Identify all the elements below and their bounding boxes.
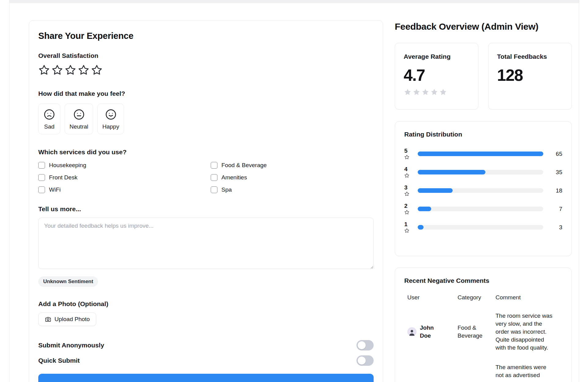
- checkbox-icon[interactable]: [211, 174, 217, 181]
- avatar: [407, 327, 417, 336]
- star-icon: [430, 88, 438, 96]
- star-icon: [404, 210, 409, 215]
- distribution-star-count: 2: [404, 203, 408, 209]
- star-icon: [404, 173, 409, 178]
- category-cell: Food & Beverage: [458, 324, 491, 339]
- star-icon: [404, 155, 409, 160]
- star-icon: [404, 173, 409, 178]
- camera-icon: [45, 316, 51, 323]
- distribution-row: 3 18: [404, 185, 562, 197]
- star-icon: [404, 228, 409, 233]
- quick-submit-toggle[interactable]: [356, 355, 374, 366]
- rating-star-5[interactable]: [91, 64, 103, 76]
- comments-table-body: John Doe Food & Beverage The room servic…: [407, 312, 562, 379]
- mood-label: Neutral: [70, 123, 88, 130]
- neutral-face-icon: [73, 108, 85, 121]
- comment-row: John Doe Food & Beverage The room servic…: [407, 312, 562, 352]
- submit-button[interactable]: [38, 374, 374, 382]
- service-option-2[interactable]: Front Desk: [38, 174, 211, 181]
- average-rating-stars: [404, 88, 469, 96]
- distribution-count: 18: [549, 187, 562, 194]
- tell-us-more-label: Tell us more...: [38, 205, 374, 213]
- checkbox-icon[interactable]: [38, 186, 45, 193]
- distribution-bar-fill: [418, 207, 431, 211]
- distribution-row: 1 3: [404, 221, 562, 233]
- total-feedbacks-card: Total Feedbacks 128: [488, 43, 572, 110]
- distribution-bar-fill: [418, 188, 453, 193]
- mood-label: Sad: [44, 123, 55, 130]
- admin-title: Feedback Overview (Admin View): [395, 21, 572, 32]
- distribution-bar-track: [418, 188, 543, 193]
- service-option-0[interactable]: Housekeeping: [38, 162, 211, 169]
- right-edge-divider: [579, 0, 579, 382]
- left-edge-divider: [9, 0, 9, 382]
- anonymous-toggle-label: Submit Anonymously: [38, 342, 104, 349]
- star-icon: [78, 64, 89, 76]
- share-experience-card: Share Your Experience Overall Satisfacti…: [29, 20, 383, 382]
- mood-question-label: How did that make you feel?: [38, 90, 374, 97]
- average-rating-card: Average Rating 4.7: [395, 43, 478, 110]
- upload-photo-label: Upload Photo: [55, 316, 90, 323]
- service-option-3[interactable]: Amenities: [211, 174, 374, 181]
- comment-cell: The amenities were not as advertised: [496, 363, 553, 379]
- rating-star-2[interactable]: [51, 64, 63, 76]
- comments-table-header: User Category Comment: [407, 294, 562, 301]
- star-icon: [91, 64, 103, 76]
- distribution-bar-track: [418, 225, 543, 230]
- checkbox-icon[interactable]: [38, 174, 45, 181]
- rating-star-3[interactable]: [65, 64, 76, 76]
- mood-button-happy[interactable]: Happy: [97, 103, 124, 134]
- checkbox-icon[interactable]: [38, 162, 45, 169]
- distribution-bar-fill: [418, 225, 424, 230]
- sad-face-icon: [43, 108, 55, 121]
- mood-button-neutral[interactable]: Neutral: [65, 103, 93, 134]
- rating-star-4[interactable]: [78, 64, 89, 76]
- mood-button-sad[interactable]: Sad: [38, 103, 60, 134]
- star-rating-input[interactable]: [38, 64, 374, 76]
- distribution-bar-fill: [418, 152, 543, 156]
- col-header-comment: Comment: [496, 294, 553, 301]
- toggle-knob: [358, 341, 366, 349]
- distribution-count: 3: [549, 224, 562, 231]
- rating-distribution-rows: 5 65 4 35 3: [404, 148, 562, 233]
- add-photo-label: Add a Photo (Optional): [38, 300, 374, 308]
- col-header-user: User: [407, 294, 453, 301]
- user-name: John Doe: [420, 324, 439, 339]
- distribution-star-count: 5: [404, 148, 408, 154]
- mood-options: Sad Neutral Happy: [38, 103, 374, 134]
- comments-table: User Category Comment John Doe Food & Be…: [404, 294, 562, 379]
- comment-row: The amenities were not as advertised: [407, 363, 562, 379]
- distribution-count: 35: [549, 169, 562, 176]
- service-option-5[interactable]: Spa: [211, 186, 374, 193]
- distribution-row: 4 35: [404, 166, 562, 178]
- feedback-textarea[interactable]: [38, 218, 374, 269]
- service-option-4[interactable]: WiFi: [38, 186, 211, 193]
- rating-star-1[interactable]: [38, 64, 50, 76]
- rating-distribution-card: Rating Distribution 5 65 4 35: [395, 121, 572, 256]
- checkbox-icon[interactable]: [211, 162, 217, 169]
- star-icon: [404, 191, 409, 197]
- star-icon: [404, 191, 409, 197]
- rating-distribution-title: Rating Distribution: [404, 131, 562, 138]
- stats-row: Average Rating 4.7 Total Feedbacks 128: [395, 43, 572, 110]
- average-rating-value: 4.7: [404, 66, 469, 84]
- star-icon: [439, 88, 447, 96]
- feedback-overview-panel: Feedback Overview (Admin View) Average R…: [395, 0, 572, 382]
- star-icon: [51, 64, 63, 76]
- feedback-page: Share Your Experience Overall Satisfacti…: [0, 0, 588, 382]
- negative-comments-card: Recent Negative Comments User Category C…: [395, 268, 572, 382]
- distribution-row: 5 65: [404, 148, 562, 160]
- checkbox-icon[interactable]: [211, 186, 217, 193]
- star-icon: [421, 88, 429, 96]
- star-icon: [38, 64, 50, 76]
- mood-label: Happy: [102, 123, 119, 130]
- user-cell: John Doe: [407, 324, 453, 339]
- distribution-star-count: 3: [404, 185, 408, 190]
- col-header-category: Category: [458, 294, 491, 301]
- distribution-bar-fill: [418, 170, 485, 174]
- overall-satisfaction-label: Overall Satisfaction: [38, 52, 374, 59]
- anonymous-toggle[interactable]: [356, 340, 374, 350]
- upload-photo-button[interactable]: Upload Photo: [38, 313, 96, 326]
- service-option-1[interactable]: Food & Beverage: [211, 162, 374, 169]
- distribution-count: 65: [549, 151, 562, 157]
